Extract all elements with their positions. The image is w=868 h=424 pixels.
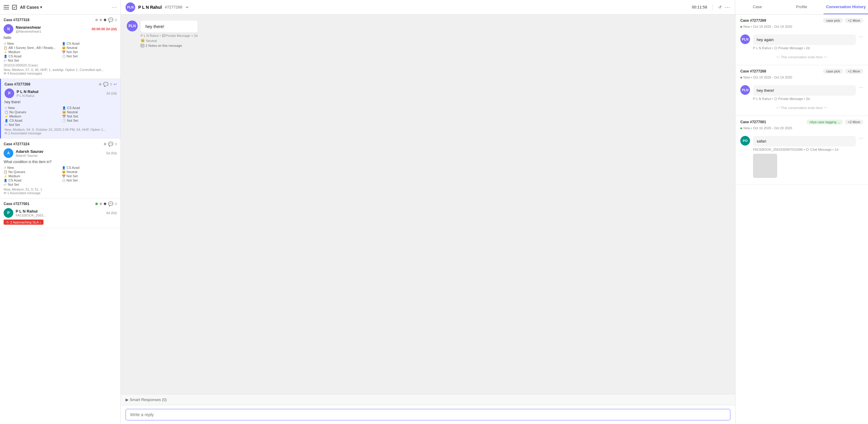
case-time: 2d (2d)	[106, 91, 117, 95]
all-cases-checkbox[interactable]	[12, 5, 17, 10]
conversation-header: PLN P L N Rahul #7277268 00:11:58 ↺ ⋯	[121, 0, 735, 14]
case-header: Case #7277224 💬 0	[4, 142, 117, 147]
message-area: PLN hey there! P L N Rahul • Private Mes…	[121, 14, 735, 394]
tag: 👤CS Azad	[62, 106, 117, 110]
message-options-icon[interactable]: ⋯	[859, 85, 863, 90]
message-count-icon: 💬	[103, 82, 108, 87]
conv-history-item: Case #7277001 nitya case tagging ... +2 …	[736, 116, 868, 185]
smart-responses[interactable]: ▶ Smart Responses (0)	[121, 394, 735, 405]
agent-name: P L N Rahul	[138, 5, 162, 10]
case-id: Case #7277001	[4, 202, 29, 206]
tag: 🏷Not Set	[4, 123, 59, 126]
tag: ↺New	[4, 42, 59, 45]
case-header: Case #7277318 💬 0	[4, 18, 117, 22]
tag: 😐Neutral	[62, 110, 117, 114]
tag: 👤CS Azad	[4, 179, 59, 182]
conv-hist-header: Case #7277001 nitya case tagging ... +2 …	[740, 120, 863, 124]
message-options-icon[interactable]: ⋯	[859, 136, 863, 141]
tag: 📅Not Set	[62, 174, 117, 178]
hist-badge-more[interactable]: +2 More	[845, 120, 863, 124]
reply-input[interactable]	[126, 409, 731, 420]
more-dots-icon[interactable]: ⋯	[112, 4, 117, 10]
case-list-item[interactable]: Case #7277318 💬 0 N Navaneshwar @Navanes…	[0, 14, 120, 79]
all-cases-label: All Cases	[20, 5, 39, 10]
case-list-item[interactable]: Case #7277268 💬 0 ↩ P P L N Rahul P L N …	[0, 79, 120, 139]
case-meta2: New, Medium, 57, 0, 46, HHP, 1, asdefgr,…	[4, 68, 117, 71]
case-tags: ↺New👤CS Azad📋AB I Survey Sent , AB I Rea…	[4, 42, 117, 62]
hist-badge-more[interactable]: +1 More	[845, 69, 863, 74]
svg-rect-0	[162, 34, 165, 37]
case-username: P L N Rahul	[16, 209, 104, 213]
tab-case[interactable]: Case	[735, 0, 780, 14]
agent-avatar: PLN	[126, 2, 135, 12]
message-bubble: hey there!	[141, 21, 198, 33]
tag: 🏷Not Set	[4, 183, 59, 186]
hist-message-bubble: hey again	[753, 34, 856, 45]
case-list-item[interactable]: Case #7277224 💬 0 A Adarsh Saurav Adarsh…	[0, 139, 120, 199]
case-username: P L N Rahul	[17, 89, 104, 94]
hist-status: New • Oct 19 2020 - Oct 19 2020	[740, 25, 863, 28]
conv-history-item: Case #7277268 case pick +1 More New • Oc…	[736, 65, 868, 116]
case-meta: 201019-000020 (Case)	[4, 63, 117, 67]
tag: 📋AB I Survey Sent , AB I Ready...	[4, 46, 59, 50]
hist-message-meta: FACEBOOK_2563330997031696 • Chat Message…	[753, 148, 856, 151]
case-id-header[interactable]: #7277268	[165, 5, 182, 9]
message-options-icon[interactable]: ⋯	[859, 34, 863, 39]
case-tags: ↺New👤CS Azad📋No Queues😐Neutral⚡Medium📅No…	[4, 106, 117, 126]
case-header: Case #7277001 💬 0	[4, 202, 117, 206]
message-content: hey there! P L N Rahul • Private Message…	[141, 21, 198, 48]
case-header: Case #7277268 💬 0 ↩	[4, 82, 117, 87]
tag: 🕐Not Set	[62, 119, 117, 122]
case-id: Case #7277318	[4, 18, 29, 22]
case-message: What condition is this item in?	[4, 160, 117, 164]
hist-message-bubble: hey there!	[753, 85, 856, 96]
case-userhandle: P L N Rahul	[17, 94, 104, 97]
hist-badge-1[interactable]: nitya case tagging ...	[806, 120, 843, 124]
call-timer: 00:11:58	[692, 5, 707, 9]
case-time: 5d (5d)	[106, 151, 117, 155]
tab-conversation-history[interactable]: Conversation History	[824, 0, 868, 14]
case-username: Adarsh Saurav	[16, 149, 104, 154]
tag: 😐Neutral	[62, 170, 117, 174]
more-options-icon[interactable]: ⋯	[725, 4, 730, 10]
case-avatar: P	[4, 208, 13, 218]
message-avatar: PLN	[127, 21, 137, 31]
right-panel: Case #7277269 case pick +1 More New • Oc…	[735, 14, 868, 424]
hist-badge-1[interactable]: case pick	[823, 69, 843, 74]
case-list-item[interactable]: Case #7277001 💬 0 P P L N Rahul FACEBOOK…	[0, 199, 120, 228]
tag: ⚡Medium	[4, 174, 59, 178]
main-layout: Case #7277318 💬 0 N Navaneshwar @Navanes…	[0, 14, 868, 424]
case-avatar: P	[4, 89, 14, 98]
tag: 🕐Not Set	[62, 179, 117, 182]
tag: 📅Not Set	[62, 115, 117, 118]
tag: 👤CS Azad	[62, 42, 117, 45]
chevron-down-icon	[185, 5, 189, 9]
svg-point-3	[774, 97, 777, 100]
refresh-icon[interactable]: ↺	[718, 5, 722, 9]
message-count-icon: 💬	[108, 202, 113, 206]
message-count: 0	[110, 83, 112, 86]
right-panel-tabs: Case Profile Conversation History	[735, 0, 868, 14]
tag: 😐Neutral	[62, 46, 117, 50]
message-notes[interactable]: 2 Notes on this message	[141, 44, 198, 48]
all-cases-button[interactable]: All Cases ▾	[20, 5, 42, 10]
hist-status: New • Oct 16 2020 - Oct 20 2020	[740, 126, 863, 130]
case-list-panel: Case #7277318 💬 0 N Navaneshwar @Navanes…	[0, 14, 121, 424]
tab-profile[interactable]: Profile	[780, 0, 824, 14]
hist-avatar: PLN	[740, 34, 750, 44]
conv-hist-header: Case #7277269 case pick +1 More	[740, 18, 863, 23]
tag: ↺New	[4, 166, 59, 170]
message-count-icon: 💬	[108, 142, 113, 147]
hist-case-id: Case #7277268	[740, 69, 766, 73]
hist-avatar: PO	[740, 136, 750, 146]
hamburger-icon[interactable]	[4, 5, 9, 9]
tag: ⚡Medium	[4, 50, 59, 54]
case-associated: ✉ 1 Associated message	[4, 191, 117, 195]
tag: ⚡Medium	[4, 115, 59, 118]
message-count: 0	[115, 18, 117, 22]
case-avatar: N	[4, 24, 13, 34]
hist-badge-more[interactable]: +1 More	[845, 18, 863, 23]
hist-badge-1[interactable]: case pick	[823, 18, 843, 23]
conv-history-item: Case #7277269 case pick +1 More New • Oc…	[736, 14, 868, 65]
case-user-row: P P L N Rahul FACEBOOK_2563... 6d (6d)	[4, 208, 117, 218]
